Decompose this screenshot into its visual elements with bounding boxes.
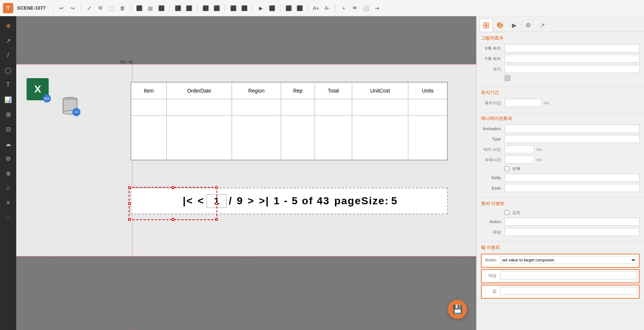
cell	[131, 99, 167, 116]
redo-icon[interactable]: ↪	[68, 4, 77, 13]
sep1	[53, 4, 53, 12]
first-page-btn[interactable]: |<	[183, 195, 193, 207]
sidebar-item-pen[interactable]: /	[1, 49, 15, 62]
ease-label: Ease	[481, 186, 503, 190]
col-header-unitcost: UnitCost	[352, 83, 408, 99]
tab-value-input[interactable]: first	[500, 287, 637, 295]
tab-share[interactable]: ↗	[536, 18, 549, 32]
hover-action-select[interactable]	[505, 218, 640, 226]
shadow-y-input[interactable]	[505, 55, 640, 63]
preview-icon[interactable]: 👁	[350, 4, 359, 13]
sidebar-item-more[interactable]: ···	[1, 211, 15, 224]
animation-select[interactable]	[505, 125, 640, 133]
align-center-icon[interactable]: ▤	[146, 4, 155, 13]
play-icon[interactable]: ▶	[256, 4, 265, 13]
copy-icon[interactable]: ⤢	[85, 4, 94, 13]
tab-action[interactable]: ▶	[508, 18, 521, 32]
wait-time-input[interactable]	[505, 145, 534, 153]
shadow-y-row: Y축 위치	[481, 55, 640, 63]
animation-section: 애니메이션효과 Animation Type 대기 시간 ms 지속시간 ms …	[477, 112, 644, 198]
prev-page-btn[interactable]: <	[198, 195, 204, 207]
shadow-color-swatch[interactable]	[505, 75, 510, 81]
export-icon[interactable]: ⇥	[373, 4, 381, 13]
wait-time-row: 대기 시간 ms	[481, 145, 640, 153]
tab-value-highlighted: 값 first	[481, 285, 640, 299]
tab-style[interactable]: 🎨	[494, 18, 507, 32]
page-size-label: pageSize:	[334, 195, 389, 207]
last-page-btn[interactable]: >|	[259, 195, 269, 207]
undo-icon[interactable]: ↩	[57, 4, 66, 13]
paginator-bar[interactable]: |< < / 9 > >| 1 - 5 of 43 pageSize: 5	[131, 188, 448, 214]
duration2-label: 지속시간	[481, 157, 503, 163]
group-icon[interactable]: ⬛	[201, 4, 210, 13]
sidebar-item-home[interactable]: ⌂	[1, 181, 15, 195]
hover-target-select[interactable]	[505, 228, 640, 236]
shadow-size-label: 크기	[481, 66, 503, 72]
sidebar-item-chart[interactable]: 📊	[1, 93, 15, 106]
animation-type-row: Type	[481, 135, 640, 143]
svg-rect-0	[484, 23, 486, 25]
repeat-checkbox[interactable]	[505, 166, 509, 171]
add-icon[interactable]: +	[339, 4, 348, 13]
col-header-orderdate: OrderDate	[166, 83, 232, 99]
hover-highlight-checkbox[interactable]	[505, 210, 509, 215]
flip-v-icon[interactable]: ⬛	[240, 4, 249, 13]
zoom-in-icon[interactable]: A+	[312, 4, 321, 13]
cell	[315, 116, 352, 160]
sep4	[169, 4, 170, 12]
distribute-h-icon[interactable]: ⬛	[173, 4, 182, 13]
sep6	[225, 4, 225, 12]
zoom-out-icon[interactable]: A-	[323, 4, 332, 13]
paste-icon[interactable]: ⧉	[96, 4, 105, 13]
duration-title: 유지기간	[481, 90, 640, 96]
col-header-units: Units	[408, 83, 447, 99]
sidebar-item-grid[interactable]: ⊞	[1, 108, 15, 121]
repeat-label: 반복	[512, 166, 520, 171]
screen-icon[interactable]: ⬜	[361, 4, 370, 13]
animation-type-select[interactable]	[505, 135, 640, 143]
align-left-icon[interactable]: ⬛	[135, 4, 143, 13]
shadow-size-input[interactable]	[505, 65, 640, 73]
tab-settings[interactable]: ⚙	[522, 18, 535, 32]
sidebar-item-arrow[interactable]: ↗	[1, 34, 15, 47]
duplicate-icon[interactable]: ⬚	[107, 4, 116, 13]
sidebar-item-shape[interactable]: ◯	[1, 63, 15, 77]
grid-icon[interactable]: ⬛	[284, 4, 293, 13]
col-header-rep: Rep	[281, 83, 315, 99]
wait-time-label: 대기 시간	[481, 147, 503, 152]
right-panel-tabs: 🎨 ▶ ⚙ ↗	[477, 16, 644, 32]
sidebar-item-select[interactable]: ✥	[1, 19, 15, 32]
sidebar-item-minus[interactable]: ⊟	[1, 122, 15, 136]
paginator-component[interactable]: </> paginator	[60, 95, 80, 121]
distribute-v-icon[interactable]: ⬛	[184, 4, 193, 13]
sidebar-item-cloud[interactable]: ☁	[1, 137, 15, 150]
animation-type-label: Type	[481, 137, 503, 141]
duration2-row: 지속시간 ms	[481, 156, 640, 164]
snap-icon[interactable]: ⬛	[295, 4, 304, 13]
sidebar-item-text[interactable]: T	[1, 78, 15, 91]
page-input[interactable]	[207, 194, 226, 208]
delta-select[interactable]	[505, 174, 640, 182]
hover-action-label: Action	[481, 219, 503, 224]
tab-layout[interactable]	[479, 18, 493, 32]
shadow-x-input[interactable]	[505, 44, 640, 52]
sidebar-item-list[interactable]: ≡	[1, 196, 15, 209]
tab-target-input[interactable]: #paginator	[500, 271, 637, 279]
duration2-input[interactable]	[505, 156, 534, 164]
sidebar-item-add[interactable]: ⊕	[1, 167, 15, 180]
delete-icon[interactable]: 🗑	[118, 4, 127, 13]
flip-h-icon[interactable]: ⬛	[229, 4, 238, 13]
tab-action-select[interactable]: set value to target componen	[500, 256, 637, 264]
next-page-btn[interactable]: >	[248, 195, 255, 207]
align-right-icon[interactable]: ⬛	[157, 4, 166, 13]
tab-event-title: 탭 이벤트	[481, 244, 640, 251]
cell	[166, 99, 232, 116]
pause-icon[interactable]: ⬛	[267, 4, 276, 13]
app-logo: T	[3, 3, 13, 13]
excel-component[interactable]: X </>	[27, 78, 49, 100]
ease-select[interactable]	[505, 184, 640, 192]
ungroup-icon[interactable]: ⬛	[212, 4, 221, 13]
save-button[interactable]: 💾	[448, 300, 467, 319]
duration-input[interactable]	[505, 99, 541, 107]
sidebar-item-gear[interactable]: ⚙	[1, 152, 15, 165]
